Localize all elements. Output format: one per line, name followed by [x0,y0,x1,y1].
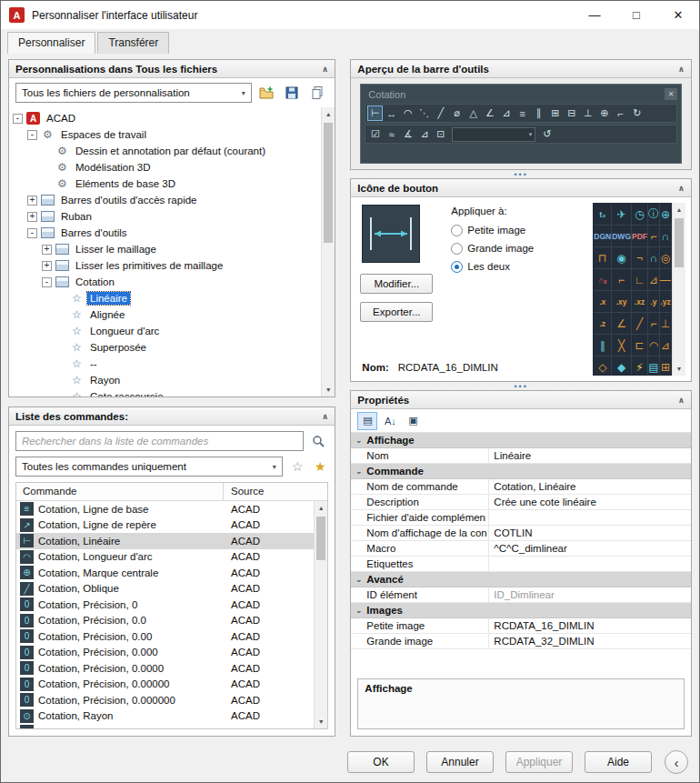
grid-image-cell[interactable]: ⊓ [594,247,611,268]
splitter-handle[interactable]: ••• [350,170,692,178]
minimize-button[interactable]: — [574,1,615,29]
property-row[interactable]: Etiquettes [351,557,691,572]
image-grid-scrollbar[interactable]: ▲ ▼ [672,203,685,376]
command-row[interactable]: ↗Cotation, Ligne de repèreACAD [16,517,314,534]
command-row[interactable]: 0Cotation, Précision, 0.00ACAD [16,628,314,645]
grid-image-cell[interactable]: ∟ [632,269,647,290]
splitter-handle[interactable]: ••• [350,382,692,390]
tree-item[interactable]: +Lisser les primitives de maillage [9,257,321,274]
property-row[interactable]: Nom d'affichage de la conCOTLIN [351,526,691,541]
command-filter-dropdown[interactable]: Toutes les commandes uniquement ▾ [15,457,283,477]
property-row[interactable]: Nom de commandeCotation, Linéaire [351,479,691,495]
command-search-input[interactable] [15,431,304,451]
preview-tool-icon[interactable]: ≈ [384,126,399,142]
preview-tool-icon[interactable]: ↔ [384,105,399,121]
property-category[interactable]: ⌄Avancé [351,572,691,587]
grid-image-cell[interactable]: ◠ [648,335,659,356]
scrollbar-thumb[interactable] [324,123,333,243]
maximize-button[interactable]: □ [615,1,657,29]
grid-image-cell[interactable]: ✈ [612,204,631,225]
tree-item[interactable]: +Barres d'outils d'accès rapide [9,192,321,208]
preview-tool-icon[interactable]: ∠ [482,105,497,121]
grid-image-cell[interactable]: ∩ [660,226,671,246]
preview-tool-icon[interactable]: ⊞ [547,105,563,121]
star-filter-icon[interactable]: ☆ [289,459,305,474]
collapse-chevron-icon[interactable]: ∧ [322,65,328,74]
grid-image-cell[interactable]: .xy [612,291,631,312]
column-header-commande[interactable]: Commande [16,483,224,500]
grid-image-cell[interactable]: — [660,269,671,290]
preview-tool-icon[interactable]: ∥ [531,105,546,121]
preview-tool-icon[interactable]: ⋱ [416,105,432,121]
tree-scrollbar[interactable]: ▲ ▼ [321,107,335,397]
radio-option-0[interactable]: Petite image [451,221,585,239]
load-cui-file-button[interactable] [255,83,277,103]
scrollbar-track[interactable] [315,515,327,715]
command-row[interactable]: ⊢Cotation, LinéaireACAD [16,533,314,549]
preview-tool-icon[interactable]: ∡ [400,126,415,142]
grid-image-cell[interactable]: ⓘ [648,204,659,225]
tree-item[interactable]: ☆Superposée [9,339,321,356]
command-row[interactable]: 0Cotation, Précision, 0ACAD [16,597,314,613]
tree-expander-icon[interactable]: - [27,228,37,238]
grid-image-cell[interactable]: PDF [632,226,647,246]
preview-tool-icon[interactable]: △ [465,105,481,121]
tab-transferer[interactable]: Transférer [97,32,169,54]
grid-image-cell[interactable]: ⊥ [660,313,671,334]
preview-tool-icon[interactable]: ⌀ [449,105,465,121]
tree-item[interactable]: ☆Cote raccourcie [9,388,321,397]
grid-image-cell[interactable]: ◉ [612,247,631,268]
preview-tool-icon[interactable]: ⊟ [564,105,579,121]
modify-button[interactable]: Modifier... [360,274,433,294]
preview-tool-icon[interactable]: ⊢ [367,105,383,121]
scroll-up-icon[interactable]: ▲ [315,501,327,515]
apply-button[interactable]: Appliquer [505,751,573,773]
scrollbar-track[interactable] [322,121,335,383]
property-row[interactable]: Macro^C^C_dimlinear [351,541,691,557]
column-header-source[interactable]: Source [224,483,327,500]
grid-image-cell[interactable]: DWG [612,226,631,246]
dim-style-dropdown[interactable]: ▾ [452,127,535,142]
grid-image-cell[interactable]: ⊿ [648,269,659,290]
grid-image-cell[interactable]: DGN [594,226,611,246]
preview-tool-icon[interactable]: ⊕ [596,105,612,121]
tree-expander-icon[interactable]: + [42,261,52,271]
tree-item[interactable]: +Ruban [9,208,321,225]
tree-item[interactable]: ☆Longueur d'arc [9,323,321,339]
tree-expander-icon[interactable]: + [27,212,37,222]
tree-item[interactable]: -AACAD [9,110,321,126]
tree-item[interactable]: ☆Rayon [9,372,321,388]
command-row[interactable]: ⊕Cotation, Marque centraleACAD [16,565,314,581]
cui-file-dropdown[interactable]: Tous les fichiers de personnalisation ▾ [15,83,252,103]
tree-expander-icon[interactable]: + [42,245,52,255]
grid-image-cell[interactable]: ∩ [648,247,659,268]
property-row[interactable]: NomLinéaire [351,448,691,464]
preview-tool-icon[interactable]: ⊿ [416,126,432,142]
grid-image-cell[interactable]: ⊕ [660,204,671,225]
grid-image-cell[interactable]: ⌐ [648,226,659,246]
categorized-icon[interactable]: ▤ [357,412,377,430]
grid-image-cell[interactable]: ╳ [612,335,631,356]
scroll-up-icon[interactable]: ▲ [322,107,335,121]
property-row[interactable]: Fichier d'aide complémen [351,510,691,526]
chevron-down-icon[interactable]: ▾ [235,89,251,97]
grid-image-cell[interactable]: ◆ [612,356,631,376]
scroll-down-icon[interactable]: ▼ [315,715,327,728]
tree-item[interactable]: ☆-- [9,356,321,372]
property-category[interactable]: ⌄Images [351,603,691,618]
grid-image-cell[interactable]: ¬ [632,247,647,268]
grid-image-cell[interactable]: ▤ [648,356,659,376]
scrollbar-track[interactable] [673,216,685,362]
scroll-down-icon[interactable]: ▼ [673,362,685,376]
tree-expander-icon[interactable]: + [27,196,37,206]
preview-tool-icon[interactable]: ≡ [515,105,530,121]
grid-image-cell[interactable]: ∠ [612,313,631,334]
command-list-scrollbar[interactable]: ▲ ▼ [314,501,327,728]
property-row[interactable]: ID élémentID_Dimlinear [351,587,691,603]
preview-tool-icon[interactable]: ⊡ [433,126,448,142]
tree-item[interactable]: -Barres d'outils [9,225,321,241]
command-row[interactable]: ≡Cotation, Ligne de baseACAD [16,501,314,517]
grid-image-cell[interactable]: ◎ [660,247,671,268]
scroll-down-icon[interactable]: ▼ [322,383,335,397]
export-button[interactable]: Exporter... [360,302,433,322]
